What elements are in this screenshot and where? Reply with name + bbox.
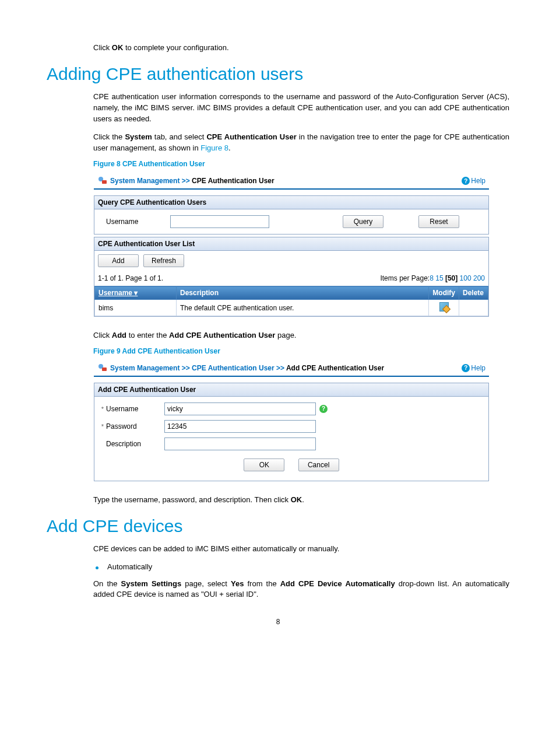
bold-add-cpe-auto: Add CPE Device Automatically — [280, 579, 395, 588]
hint-icon[interactable]: ? — [319, 405, 328, 413]
bold-cpe-auth: CPE Authentication User — [206, 132, 296, 141]
description-input[interactable] — [164, 438, 316, 450]
breadcrumb-current: CPE Authentication User — [192, 177, 275, 185]
text: Click — [93, 331, 112, 340]
bullet-list: Automatically — [93, 562, 509, 571]
list-item: Automatically — [93, 562, 509, 571]
cell-delete — [459, 300, 488, 316]
text: page, select — [181, 579, 231, 588]
breadcrumb: System Management >> CPE Authentication … — [94, 173, 489, 190]
svg-rect-1 — [102, 180, 107, 184]
pp-8[interactable]: 8 — [430, 274, 434, 282]
password-label: Password — [106, 422, 164, 430]
username-label: Username — [106, 405, 164, 413]
paragraph-description: CPE authentication user information corr… — [93, 92, 509, 125]
heading-add-cpe-devices: Add CPE devices — [47, 516, 509, 536]
bold-add: Add — [112, 331, 126, 340]
pp-50: [50] — [445, 274, 458, 282]
text: from the — [244, 579, 280, 588]
text: . — [228, 144, 231, 152]
help-icon: ? — [462, 177, 470, 185]
heading-adding-cpe-auth-users: Adding CPE authentication users — [47, 64, 509, 84]
username-input[interactable] — [170, 215, 269, 228]
add-user-panel: Add CPE Authentication User * Username ?… — [94, 383, 489, 481]
help-label: Help — [471, 364, 485, 372]
query-panel: Query CPE Authentication Users Username … — [94, 195, 489, 235]
figure-link[interactable]: Figure 8 — [200, 144, 228, 152]
system-icon — [97, 176, 108, 186]
ok-bold: OK — [112, 43, 124, 52]
figure-8-screenshot: System Management >> CPE Authentication … — [93, 173, 490, 320]
text: tab, and select — [152, 132, 207, 141]
paragraph-auto-add: On the System Settings page, select Yes … — [93, 579, 509, 601]
help-link[interactable]: ? Help — [462, 177, 485, 185]
cell-description: The default CPE authentication user. — [177, 300, 429, 316]
text: to complete your configuration. — [123, 43, 228, 52]
help-label: Help — [471, 177, 485, 185]
refresh-button[interactable]: Refresh — [143, 254, 184, 267]
figure-8-caption: Figure 8 CPE Authentication User — [93, 160, 509, 168]
breadcrumb-sep: >> — [182, 177, 190, 185]
th-modify: Modify — [429, 286, 459, 300]
text: page. — [275, 331, 296, 340]
list-panel: CPE Authentication User List Add Refresh… — [94, 237, 489, 317]
required-star: * — [98, 423, 104, 430]
bold-system-settings: System Settings — [121, 579, 182, 588]
help-link[interactable]: ? Help — [462, 364, 485, 372]
ok-button[interactable]: OK — [244, 459, 284, 471]
pager-status: 1-1 of 1. Page 1 of 1. — [98, 274, 163, 282]
add-button[interactable]: Add — [98, 254, 139, 267]
pp-15[interactable]: 15 — [435, 274, 443, 282]
th-username[interactable]: Username ▾ — [95, 286, 177, 300]
figure-9-screenshot: System Management >> CPE Authentication … — [93, 360, 490, 484]
system-icon — [97, 363, 108, 373]
cell-username: bims — [95, 300, 177, 316]
pager-label: Items per Page: — [380, 274, 430, 282]
text: . — [302, 495, 304, 504]
pp-200[interactable]: 200 — [473, 274, 485, 282]
pp-100[interactable]: 100 — [460, 274, 471, 282]
required-star: * — [98, 405, 104, 412]
breadcrumb-sep: >> — [182, 364, 190, 372]
intro-paragraph: Click OK to complete your configuration. — [93, 43, 509, 54]
th-delete: Delete — [459, 286, 488, 300]
text: to enter the — [126, 331, 169, 340]
text: Click the — [93, 132, 125, 141]
username-input[interactable] — [164, 402, 316, 415]
paragraph-instructions: Click the System tab, and select CPE Aut… — [93, 132, 509, 154]
svg-rect-3 — [102, 368, 107, 371]
username-label: Username — [100, 218, 159, 226]
breadcrumb-l2[interactable]: CPE Authentication User — [192, 364, 275, 372]
query-panel-header: Query CPE Authentication Users — [94, 196, 488, 209]
text: Click — [93, 43, 112, 52]
paragraph-click-add: Click Add to enter the Add CPE Authentic… — [93, 330, 509, 341]
password-input[interactable] — [164, 420, 316, 433]
paragraph-devices-intro: CPE devices can be added to iMC BIMS eit… — [93, 544, 509, 555]
breadcrumb-current: Add CPE Authentication User — [286, 364, 384, 372]
breadcrumb-root[interactable]: System Management — [110, 364, 180, 372]
breadcrumb: System Management >> CPE Authentication … — [94, 360, 489, 377]
breadcrumb-root[interactable]: System Management — [110, 177, 180, 185]
bold-add-page: Add CPE Authentication User — [169, 331, 275, 340]
add-user-panel-header: Add CPE Authentication User — [94, 383, 488, 397]
figure-9-caption: Figure 9 Add CPE Authentication User — [93, 347, 509, 355]
list-panel-header: CPE Authentication User List — [94, 237, 488, 251]
description-label: Description — [106, 440, 164, 448]
bold-system: System — [125, 132, 152, 141]
query-button[interactable]: Query — [343, 215, 383, 228]
cancel-button[interactable]: Cancel — [298, 459, 339, 471]
bold-yes: Yes — [231, 579, 244, 588]
table-row: bims The default CPE authentication user… — [95, 300, 488, 316]
breadcrumb-sep: >> — [276, 364, 284, 372]
paragraph-type-info: Type the username, password, and descrip… — [93, 495, 509, 506]
th-description: Description — [177, 286, 429, 300]
text: Type the username, password, and descrip… — [93, 495, 291, 504]
user-table: Username ▾ Description Modify Delete bim… — [94, 286, 488, 316]
page-number: 8 — [47, 618, 509, 626]
help-icon: ? — [462, 364, 470, 372]
modify-icon[interactable] — [439, 302, 449, 312]
text: On the — [93, 579, 121, 588]
reset-button[interactable]: Reset — [418, 215, 459, 228]
bold-ok: OK — [291, 495, 302, 504]
items-per-page: Items per Page:8 15 [50] 100 200 — [380, 274, 485, 282]
